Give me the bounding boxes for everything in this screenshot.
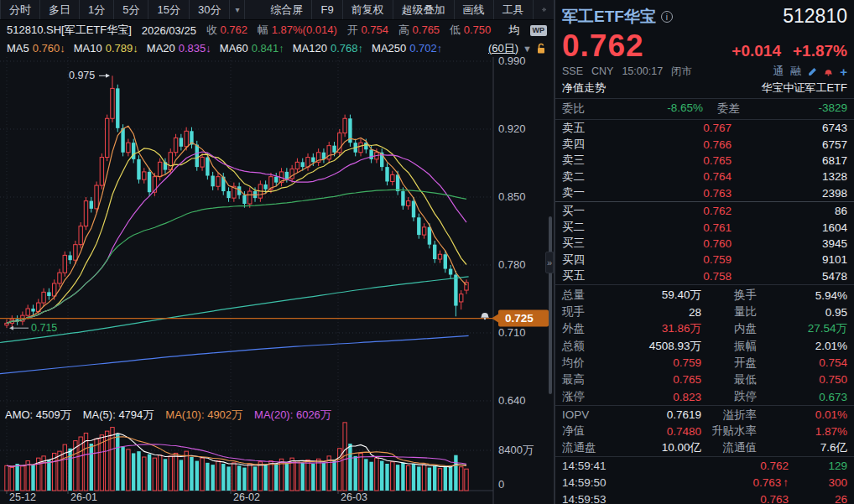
stat-value: 27.54万 bbox=[757, 321, 847, 336]
sell-level-label: 卖三 bbox=[562, 153, 606, 168]
sell-volume: 2398 bbox=[732, 187, 847, 200]
btn-tools[interactable]: 工具 bbox=[494, 0, 534, 19]
tab-multiday[interactable]: 多日 bbox=[40, 0, 80, 19]
sell-row[interactable]: 卖三0.7656817 bbox=[555, 153, 854, 169]
sell-row[interactable]: 卖五0.7676743 bbox=[555, 120, 854, 136]
ma-value: 0.841↑ bbox=[252, 42, 284, 55]
buy-price: 0.761 bbox=[606, 221, 732, 234]
edit-pencil-icon[interactable] bbox=[808, 67, 817, 76]
ma-value: 0.760↓ bbox=[33, 42, 65, 55]
ma-legend-ma60: MA600.841↑ bbox=[220, 42, 284, 55]
stat-value: 0.765 bbox=[611, 373, 701, 386]
buy-row[interactable]: 买五0.7585478 bbox=[555, 268, 854, 284]
sell-row[interactable]: 卖一0.7632398 bbox=[555, 185, 854, 201]
buy-volume: 3945 bbox=[732, 237, 847, 250]
sell-volume: 6757 bbox=[732, 138, 847, 151]
stat-row: 总量59.40万换手5.94% bbox=[555, 287, 854, 304]
stat-value: 0.759 bbox=[611, 356, 701, 369]
candlestick-chart[interactable]: 0.725 0.9900.9200.8500.7800.7100.6408400… bbox=[0, 57, 554, 504]
ma-period-label[interactable]: (60日) bbox=[488, 41, 518, 56]
buy-level-label: 买四 bbox=[562, 252, 606, 268]
btn-composite-screen[interactable]: 综合屏 bbox=[262, 0, 312, 19]
btn-draw-line[interactable]: 画线 bbox=[455, 0, 494, 19]
date-label: 2026/03/25 bbox=[142, 24, 196, 37]
stat-row: 涨停0.823跌停0.673 bbox=[555, 388, 854, 405]
stat-value: 0.95 bbox=[757, 306, 847, 319]
sell-volume: 6817 bbox=[732, 154, 847, 167]
period-dropdown-caret[interactable]: ▾ bbox=[230, 0, 245, 19]
ma-label: MA250 bbox=[372, 42, 406, 55]
tick-time: 14:59:50 bbox=[562, 476, 624, 489]
settings-gear-icon[interactable] bbox=[534, 0, 555, 19]
instrument-name: 军工ETF华宝 i bbox=[562, 6, 673, 28]
tick-volume: 26 bbox=[789, 493, 847, 504]
tick-time: 14:59:41 bbox=[562, 460, 624, 472]
tick-price: 0.763 bbox=[624, 493, 789, 504]
btn-f9[interactable]: F9 bbox=[312, 0, 342, 19]
sell-row[interactable]: 卖四0.7666757 bbox=[555, 136, 854, 152]
stat-value: 0.673 bbox=[757, 391, 847, 403]
buy-row[interactable]: 买一0.76286 bbox=[555, 203, 854, 219]
period-dropdown-triangle-icon[interactable]: ▼ bbox=[523, 44, 532, 54]
buy-volume: 9101 bbox=[732, 253, 847, 266]
stat-row: 外盘31.86万内盘27.54万 bbox=[555, 320, 854, 337]
stat-row: IOPV0.7619溢折率0.01% bbox=[555, 407, 854, 423]
tab-timeline[interactable]: 分时 bbox=[0, 0, 40, 19]
stat-value: 59.40万 bbox=[611, 288, 701, 303]
btn-super-overlay[interactable]: 超级叠加 bbox=[393, 0, 455, 19]
buy-volume: 86 bbox=[732, 205, 847, 217]
wp-badge-icon[interactable]: WP bbox=[530, 25, 548, 36]
margin-badge-rong[interactable]: 融 bbox=[790, 64, 801, 79]
stat-value: 7.6亿 bbox=[757, 440, 847, 455]
price-change: +0.014 +1.87% bbox=[732, 42, 847, 60]
ma-label: MA20 bbox=[147, 42, 175, 55]
ma-lines-layer bbox=[0, 126, 469, 373]
ma-value: 0.835↓ bbox=[179, 42, 211, 55]
panel-expander-handle[interactable]: » bbox=[545, 252, 554, 273]
ma-period-control[interactable]: (60日) ▼ bbox=[488, 41, 547, 56]
sell-level-label: 卖二 bbox=[562, 169, 606, 184]
stat-value: 10.00亿 bbox=[611, 440, 701, 455]
quote-info-row: 512810.SH[军工ETF华宝] 2026/03/25 收 0.762 幅 … bbox=[0, 21, 554, 39]
unlock-icon[interactable] bbox=[536, 43, 547, 55]
buy-level-label: 买三 bbox=[562, 236, 606, 251]
buy-price: 0.760 bbox=[606, 237, 732, 250]
alert-line-layer[interactable]: 0.725 bbox=[0, 310, 549, 327]
ma-legend-ma10: MA100.789↓ bbox=[74, 42, 138, 55]
time-axis: 25-1226-0126-0226-03 bbox=[7, 491, 367, 503]
ma-value: 0.702↑ bbox=[409, 42, 442, 55]
volume-pane bbox=[5, 423, 468, 491]
btn-forward-adjust[interactable]: 前复权 bbox=[343, 0, 393, 19]
tab-1min[interactable]: 1分 bbox=[80, 0, 114, 19]
stat-row: 净值0.7480升贴水率1.87% bbox=[555, 423, 854, 439]
sell-volume: 6743 bbox=[732, 122, 847, 134]
sell-price: 0.763 bbox=[606, 187, 732, 200]
alert-bell-icon[interactable] bbox=[824, 66, 833, 76]
tab-5min[interactable]: 5分 bbox=[114, 0, 148, 19]
amo-legend-item: MA(10): 4902万 bbox=[165, 408, 242, 421]
buy-row[interactable]: 买二0.7611604 bbox=[555, 219, 854, 235]
amo-legend-item: AMO: 4509万 bbox=[5, 408, 71, 421]
tick-price: 0.762 bbox=[624, 460, 789, 472]
sell-level-label: 卖五 bbox=[562, 121, 606, 136]
stat-value: 0.01% bbox=[757, 408, 847, 421]
split-scrollbar-thumb[interactable] bbox=[549, 216, 552, 394]
add-to-watchlist-icon[interactable]: + bbox=[840, 65, 847, 79]
buy-row[interactable]: 买四0.7599101 bbox=[555, 252, 854, 268]
margin-badge-tong[interactable]: 通 bbox=[773, 64, 784, 79]
buy-price: 0.759 bbox=[606, 253, 732, 266]
info-icon[interactable]: i bbox=[661, 11, 673, 23]
svg-text:0.780: 0.780 bbox=[498, 258, 526, 271]
high-price-annotation: 0.975 bbox=[69, 70, 95, 81]
svg-text:0.920: 0.920 bbox=[498, 122, 526, 135]
sell-row[interactable]: 卖二0.7641328 bbox=[555, 169, 854, 184]
buy-row[interactable]: 买三0.7603945 bbox=[555, 236, 854, 252]
weibi-value: -8.65% bbox=[596, 101, 703, 117]
tab-30min[interactable]: 30分 bbox=[190, 0, 230, 19]
tab-15min[interactable]: 15分 bbox=[148, 0, 189, 19]
nav-trend-link[interactable]: 净值走势 bbox=[562, 81, 606, 96]
panel-market-row: SSECNY15:00:17闭市 通 融 + bbox=[555, 64, 854, 79]
chart-canvas[interactable]: 0.725 0.9900.9200.8500.7800.7100.6408400… bbox=[0, 57, 554, 504]
fund-full-name: 华宝中证军工ETF bbox=[761, 81, 847, 96]
avg-toggle[interactable]: 均 bbox=[509, 23, 520, 38]
